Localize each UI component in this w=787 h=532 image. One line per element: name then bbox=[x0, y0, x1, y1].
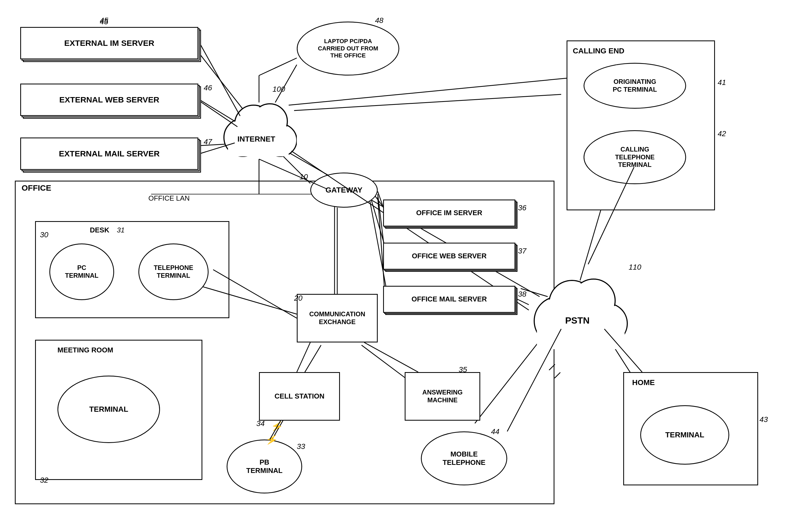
ref-35: 35 bbox=[459, 365, 467, 374]
pc-terminal: PC TERMINAL bbox=[49, 243, 114, 300]
internet-cloud: INTERNET bbox=[216, 84, 297, 159]
ref-46: 46 bbox=[204, 84, 212, 92]
desk-label: DESK bbox=[90, 226, 109, 234]
cell-station: CELL STATION bbox=[259, 372, 340, 421]
meeting-room-label: MEETING ROOM bbox=[58, 346, 113, 354]
desk-group: DESK 31 PC TERMINAL TELEPHONE TERMINAL bbox=[35, 221, 229, 318]
svg-line-5 bbox=[259, 58, 297, 75]
office-mail-server: OFFICE MAIL SERVER bbox=[383, 286, 515, 313]
ref-43: 43 bbox=[760, 415, 768, 424]
ref-32: 32 bbox=[40, 476, 48, 485]
svg-text:INTERNET: INTERNET bbox=[237, 135, 275, 143]
ref-10: 10 bbox=[299, 173, 308, 181]
svg-text:PSTN: PSTN bbox=[565, 315, 590, 326]
svg-line-6 bbox=[294, 94, 561, 111]
ref-30: 30 bbox=[40, 230, 48, 239]
external-web-server: EXTERNAL WEB SERVER bbox=[20, 84, 198, 116]
home-label: HOME bbox=[632, 378, 655, 387]
svg-point-31 bbox=[253, 105, 286, 138]
ref-41: 41 bbox=[718, 78, 726, 87]
lightning-1: ⚡ bbox=[270, 420, 284, 433]
office-im-server: OFFICE IM SERVER bbox=[383, 200, 515, 226]
ref-100: 100 bbox=[273, 85, 285, 93]
ref-34: 34 bbox=[256, 419, 265, 428]
ref-110: 110 bbox=[629, 263, 641, 271]
external-mail-server: EXTERNAL MAIL SERVER bbox=[20, 137, 198, 170]
calling-end-label: CALLING END bbox=[573, 47, 624, 55]
ref-33: 33 bbox=[297, 442, 305, 451]
ref-47: 47 bbox=[204, 137, 212, 146]
ref-42: 42 bbox=[718, 129, 726, 138]
laptop-pda: LAPTOP PC/PDA CARRIED OUT FROM THE OFFIC… bbox=[297, 22, 399, 75]
svg-rect-44 bbox=[537, 322, 624, 349]
ref-36: 36 bbox=[518, 204, 526, 212]
ref-38: 38 bbox=[518, 290, 526, 298]
external-im-server: EXTERNAL IM SERVER bbox=[20, 27, 198, 59]
office-lan-label: OFFICE LAN bbox=[148, 194, 190, 202]
ref-20: 20 bbox=[294, 294, 302, 303]
office-label: OFFICE bbox=[22, 183, 51, 193]
pb-terminal: PB TERMINAL bbox=[227, 440, 302, 493]
calling-end-box: CALLING END ORIGINATING PC TERMINAL CALL… bbox=[567, 41, 715, 210]
ref-44: 44 bbox=[491, 427, 499, 436]
svg-line-51 bbox=[289, 78, 567, 105]
home-box: HOME TERMINAL bbox=[623, 372, 758, 485]
gateway: GATEWAY bbox=[310, 173, 378, 208]
answering-machine: ANSWERING MACHINE bbox=[405, 372, 480, 421]
meeting-room-box: MEETING ROOM TERMINAL bbox=[35, 340, 203, 480]
comm-exchange: COMMUNICATION EXCHANGE bbox=[297, 294, 378, 342]
mobile-telephone: MOBILE TELEPHONE bbox=[421, 431, 507, 485]
meeting-room-terminal: TERMINAL bbox=[58, 376, 160, 443]
ref-37: 37 bbox=[518, 247, 526, 256]
ref-48: 48 bbox=[375, 16, 383, 25]
lightning-2: ⚡ bbox=[265, 433, 279, 446]
ref-45-label: 45 bbox=[100, 18, 108, 26]
home-terminal: TERMINAL bbox=[640, 405, 729, 465]
pstn-cloud: PSTN bbox=[526, 256, 629, 353]
office-web-server: OFFICE WEB SERVER bbox=[383, 243, 515, 270]
diagram: 45 EXTERNAL IM SERVER 45 EXTERNAL WEB SE… bbox=[0, 0, 787, 532]
telephone-terminal: TELEPHONE TERMINAL bbox=[139, 243, 209, 300]
ref-desk: 31 bbox=[117, 226, 125, 234]
calling-telephone-terminal: CALLING TELEPHONE TERMINAL bbox=[583, 130, 686, 184]
originating-pc-terminal: ORIGINATING PC TERMINAL bbox=[583, 63, 686, 109]
